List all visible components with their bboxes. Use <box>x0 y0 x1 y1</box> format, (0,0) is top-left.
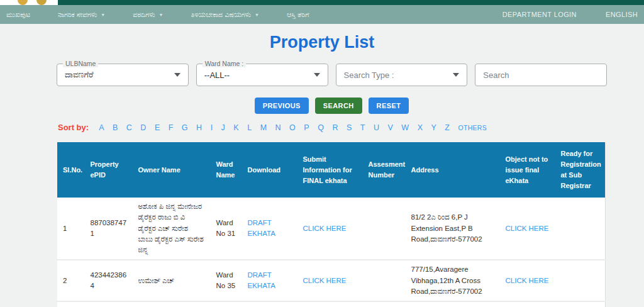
sort-by-row: Sort by: A B C D E F G H I J K L M N O P… <box>58 123 607 132</box>
sort-letter-w[interactable]: W <box>401 123 409 132</box>
cell-sl-no: 3 <box>57 301 85 307</box>
action-buttons: PREVIOUS SEARCH RESET <box>57 98 607 114</box>
dropdown-arrow-icon <box>453 73 459 77</box>
sort-letter-j[interactable]: J <box>221 123 225 132</box>
cell-ready <box>555 260 606 301</box>
sort-letter-l[interactable]: L <box>247 123 252 132</box>
submit-info-link[interactable]: CLICK HERE <box>303 225 347 232</box>
sort-letter-y[interactable]: Y <box>431 123 436 132</box>
header-owner-name: Owner Name <box>133 142 211 198</box>
filter-row: ULBName ದಾವಣಗೆರೆ Ward Name : --ALL-- Sea… <box>57 64 607 86</box>
cell-address: 81/2 2ಎ ರಿಂದ 6,P J Extension East,P B Ro… <box>406 198 500 260</box>
sort-letter-h[interactable]: H <box>196 123 202 132</box>
cell-ward: Ward No 35 <box>211 260 242 301</box>
header-submit-info: Submit Information for FINAL ekhata <box>297 142 363 198</box>
cell-submit: CLICK HERE <box>297 198 363 260</box>
reset-button[interactable]: RESET <box>369 98 409 114</box>
cell-assessment <box>363 260 406 301</box>
cell-ward: Ward No 28 <box>211 301 242 307</box>
header-download: Download <box>242 142 297 198</box>
cell-ready <box>555 301 606 307</box>
sort-letter-f[interactable]: F <box>169 123 174 132</box>
cell-object: CLICK HERE <box>500 198 555 260</box>
sort-letter-t[interactable]: T <box>360 123 365 132</box>
object-link[interactable]: CLICK HERE <box>506 277 549 284</box>
sort-letter-u[interactable]: U <box>374 123 379 132</box>
cell-address: 2318/2,M C C A Block West,1st A Main Roa… <box>406 301 500 307</box>
header-object-not-to-issue: Object not to issue final eKhata <box>500 142 555 198</box>
sort-letter-v[interactable]: V <box>387 123 392 132</box>
sort-letter-p[interactable]: P <box>304 123 309 132</box>
ward-name-value: --ALL-- <box>197 70 314 80</box>
ward-name-select[interactable]: Ward Name : --ALL-- <box>196 64 328 86</box>
sort-letter-q[interactable]: Q <box>318 123 324 132</box>
table-row: 3 5146622283 ಎ. ಚಂದ್ರಶೇಖರಪ್ಪ Ward No 28 … <box>57 301 606 307</box>
cell-sl-no: 2 <box>57 260 85 301</box>
nav-item-label: ವರದಿಗಳು <box>133 11 155 19</box>
cell-ready <box>555 198 606 260</box>
nav-item-property-tax[interactable]: ಆಸ್ತಿ ತೆರಿಗೆ <box>279 11 317 19</box>
content-container: ULBName ದಾವಣಗೆರೆ Ward Name : --ALL-- Sea… <box>57 64 607 307</box>
sort-letter-a[interactable]: A <box>99 123 104 132</box>
sort-letter-s[interactable]: S <box>347 123 352 132</box>
sort-by-label: Sort by: <box>58 123 89 132</box>
sort-letter-k[interactable]: K <box>233 123 238 132</box>
nav-item-things-to-know[interactable]: ತಿಳಿಯಬೇಕಾದ ವಿಷಯಗಳು ▼ <box>184 11 267 19</box>
main-navbar: ಮುಖಪುಟ ನಾಗರಿಕ ಸೇವೆಗಳು ▼ ವರದಿಗಳು ▼ ತಿಳಿಯಬ… <box>0 5 644 24</box>
page-body: Property List ULBName ದಾವಣಗೆರೆ Ward Name… <box>0 24 644 307</box>
sort-letter-d[interactable]: D <box>140 123 146 132</box>
dropdown-arrow-icon <box>174 73 180 77</box>
header-sl-no: Sl.No. <box>57 142 85 198</box>
search-input[interactable] <box>475 70 606 80</box>
header-band <box>58 0 644 5</box>
submit-info-link[interactable]: CLICK HERE <box>303 277 347 284</box>
previous-button[interactable]: PREVIOUS <box>255 98 309 114</box>
sort-letter-e[interactable]: E <box>155 123 160 132</box>
object-link[interactable]: CLICK HERE <box>506 225 549 232</box>
sort-letter-x[interactable]: X <box>418 123 423 132</box>
cell-epid: 5146622283 <box>85 301 133 307</box>
cell-submit: CLICK HERE <box>297 301 363 307</box>
nav-item-citizen-services[interactable]: ನಾಗರಿಕ ಸೇವೆಗಳು ▼ <box>50 11 113 19</box>
cell-ward: Ward No 31 <box>211 198 242 260</box>
draft-ekhata-link[interactable]: DRAFT EKHATA <box>248 271 275 289</box>
ulb-name-value: ದಾವಣಗೆರೆ <box>57 70 174 80</box>
ulb-name-select[interactable]: ULBName ದಾವಣಗೆರೆ <box>57 64 189 86</box>
nav-item-reports[interactable]: ವರದಿಗಳು ▼ <box>125 11 170 19</box>
sort-letter-r[interactable]: R <box>332 123 338 132</box>
top-strip <box>0 0 644 5</box>
sort-letter-c[interactable]: C <box>126 123 132 132</box>
department-login-link[interactable]: DEPARTMENT LOGIN <box>502 11 577 18</box>
site-logo <box>0 0 58 5</box>
cell-download: DRAFT EKHATA <box>242 198 297 260</box>
header-ward-name: Ward Name <box>211 142 242 198</box>
sort-letter-o[interactable]: O <box>289 123 296 132</box>
nav-item-home[interactable]: ಮುಖಪುಟ <box>0 11 38 19</box>
sort-letter-i[interactable]: I <box>211 123 213 132</box>
search-button[interactable]: SEARCH <box>315 98 362 114</box>
sort-letter-g[interactable]: G <box>182 123 188 132</box>
draft-ekhata-link[interactable]: DRAFT EKHATA <box>248 219 275 237</box>
chevron-down-icon: ▼ <box>159 13 164 17</box>
cell-owner: ಉಮೇಶ್ ಎಚ್ <box>133 260 211 301</box>
sort-letter-others[interactable]: OTHERS <box>458 124 487 131</box>
nav-item-label: ನಾಗರಿಕ ಸೇವೆಗಳು <box>58 11 97 19</box>
sort-letter-b[interactable]: B <box>113 123 118 132</box>
header-address: Address <box>406 142 500 198</box>
search-type-select[interactable]: Search Type : <box>336 64 468 86</box>
cell-object: CLICK HERE <box>500 301 555 307</box>
nav-item-label: ಆಸ್ತಿ ತೆರಿಗೆ <box>287 11 309 19</box>
ulb-name-label: ULBName <box>63 60 98 67</box>
nav-menu: ಮುಖಪುಟ ನಾಗರಿಕ ಸೇವೆಗಳು ▼ ವರದಿಗಳು ▼ ತಿಳಿಯಬ… <box>0 11 502 19</box>
chevron-down-icon: ▼ <box>101 13 105 17</box>
sort-letter-z[interactable]: Z <box>445 123 450 132</box>
language-toggle-english[interactable]: ENGLISH <box>606 11 638 18</box>
cell-sl-no: 1 <box>57 198 85 260</box>
table-header-row: Sl.No. Property ePID Owner Name Ward Nam… <box>57 142 606 198</box>
sort-letter-n[interactable]: N <box>275 123 281 132</box>
cell-epid: 4234423864 <box>85 260 133 301</box>
cell-owner: ಅಶೋಕ ಪಿ ಜಿನ್ನ ಮೇನೇಜರ ಡೈರೆಕ್ಟರ ರಾಜು ಬಿ ವಿ… <box>133 198 211 260</box>
sort-letter-m[interactable]: M <box>260 123 267 132</box>
header-ready-for-registration: Ready for Registration at Sub Registrar <box>555 142 606 198</box>
cell-download: DRAFT EKHATA <box>242 301 297 307</box>
